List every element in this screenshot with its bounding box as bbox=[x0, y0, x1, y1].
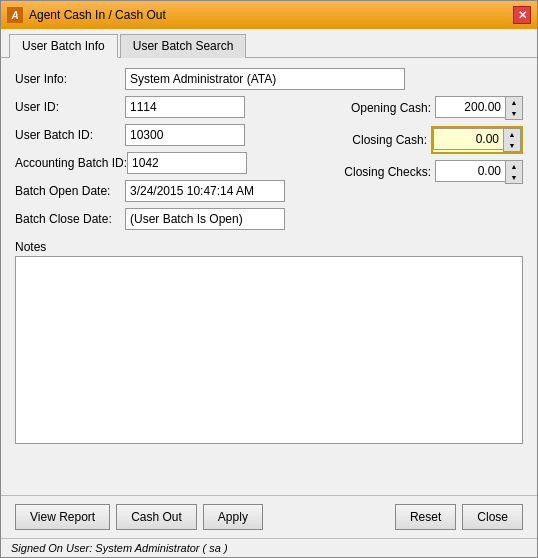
right-column: Opening Cash: ▲ ▼ Closing Cash: bbox=[303, 96, 523, 236]
batch-close-date-field[interactable] bbox=[125, 208, 285, 230]
title-bar-left: A Agent Cash In / Cash Out bbox=[7, 7, 166, 23]
user-batch-id-label: User Batch ID: bbox=[15, 128, 125, 142]
tab-user-batch-info[interactable]: User Batch Info bbox=[9, 34, 118, 58]
user-id-label: User ID: bbox=[15, 100, 125, 114]
user-id-field[interactable] bbox=[125, 96, 245, 118]
accounting-batch-id-row: Accounting Batch ID: bbox=[15, 152, 303, 174]
main-window: A Agent Cash In / Cash Out ✕ User Batch … bbox=[0, 0, 538, 558]
closing-cash-spin-down[interactable]: ▼ bbox=[504, 140, 520, 151]
closing-cash-label: Closing Cash: bbox=[332, 133, 427, 147]
status-bar: Signed On User: System Administrator ( s… bbox=[1, 538, 537, 557]
user-info-field[interactable] bbox=[125, 68, 405, 90]
opening-cash-row: Opening Cash: ▲ ▼ bbox=[313, 96, 523, 120]
closing-cash-spinbox: ▲ ▼ bbox=[431, 126, 523, 154]
notes-textarea[interactable] bbox=[15, 256, 523, 444]
batch-close-date-label: Batch Close Date: bbox=[15, 212, 125, 226]
opening-cash-field[interactable] bbox=[435, 96, 505, 118]
user-batch-id-row: User Batch ID: bbox=[15, 124, 303, 146]
tab-user-batch-search[interactable]: User Batch Search bbox=[120, 34, 247, 58]
status-text: Signed On User: System Administrator ( s… bbox=[11, 542, 228, 554]
opening-cash-spin-up[interactable]: ▲ bbox=[506, 97, 522, 108]
window-title: Agent Cash In / Cash Out bbox=[29, 8, 166, 22]
opening-cash-spin-down[interactable]: ▼ bbox=[506, 108, 522, 119]
batch-open-date-row: Batch Open Date: bbox=[15, 180, 303, 202]
view-report-button[interactable]: View Report bbox=[15, 504, 110, 530]
footer-buttons: View Report Cash Out Apply Reset Close bbox=[1, 495, 537, 538]
form-content: User Info: User ID: User Batch ID: Accou… bbox=[1, 58, 537, 495]
closing-cash-row: Closing Cash: ▲ ▼ bbox=[313, 126, 523, 154]
closing-checks-row: Closing Checks: ▲ ▼ bbox=[313, 160, 523, 184]
batch-close-date-row: Batch Close Date: bbox=[15, 208, 303, 230]
user-info-row: User Info: bbox=[15, 68, 523, 90]
opening-cash-spin-buttons: ▲ ▼ bbox=[505, 96, 523, 120]
accounting-batch-id-label: Accounting Batch ID: bbox=[15, 156, 127, 170]
user-id-row: User ID: bbox=[15, 96, 303, 118]
closing-checks-spinbox: ▲ ▼ bbox=[435, 160, 523, 184]
notes-label: Notes bbox=[15, 240, 523, 254]
batch-open-date-label: Batch Open Date: bbox=[15, 184, 125, 198]
batch-open-date-field[interactable] bbox=[125, 180, 285, 202]
two-col-layout: User ID: User Batch ID: Accounting Batch… bbox=[15, 96, 523, 236]
reset-button[interactable]: Reset bbox=[395, 504, 456, 530]
closing-checks-field[interactable] bbox=[435, 160, 505, 182]
opening-cash-label: Opening Cash: bbox=[336, 101, 431, 115]
user-batch-id-field[interactable] bbox=[125, 124, 245, 146]
accounting-batch-id-field[interactable] bbox=[127, 152, 247, 174]
left-column: User ID: User Batch ID: Accounting Batch… bbox=[15, 96, 303, 236]
close-button[interactable]: Close bbox=[462, 504, 523, 530]
closing-checks-spin-up[interactable]: ▲ bbox=[506, 161, 522, 172]
closing-checks-spin-down[interactable]: ▼ bbox=[506, 172, 522, 183]
opening-cash-spinbox: ▲ ▼ bbox=[435, 96, 523, 120]
closing-cash-spin-buttons: ▲ ▼ bbox=[503, 128, 521, 152]
notes-section: Notes bbox=[15, 240, 523, 447]
user-info-label: User Info: bbox=[15, 72, 125, 86]
cash-out-button[interactable]: Cash Out bbox=[116, 504, 197, 530]
tabs-bar: User Batch Info User Batch Search bbox=[1, 29, 537, 58]
closing-cash-spin-up[interactable]: ▲ bbox=[504, 129, 520, 140]
title-bar: A Agent Cash In / Cash Out ✕ bbox=[1, 1, 537, 29]
app-icon: A bbox=[7, 7, 23, 23]
closing-checks-spin-buttons: ▲ ▼ bbox=[505, 160, 523, 184]
close-icon[interactable]: ✕ bbox=[513, 6, 531, 24]
apply-button[interactable]: Apply bbox=[203, 504, 263, 530]
closing-cash-field[interactable] bbox=[433, 128, 503, 150]
closing-checks-label: Closing Checks: bbox=[336, 165, 431, 179]
